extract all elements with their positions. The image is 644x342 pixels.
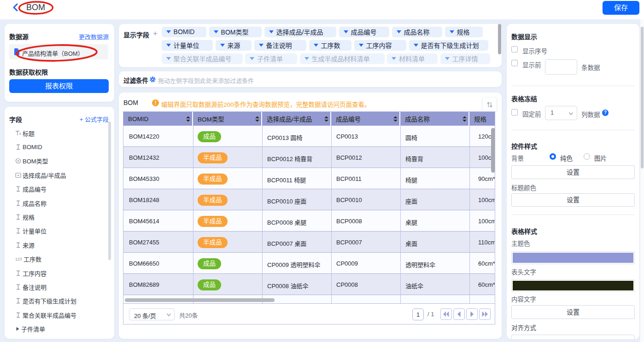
- svg-text:123: 123: [15, 257, 22, 261]
